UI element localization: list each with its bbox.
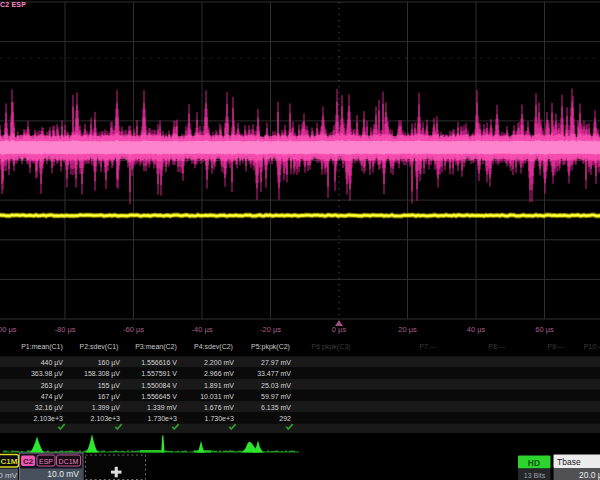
svg-text:0 µs: 0 µs xyxy=(332,325,347,334)
svg-text:27.97 mV: 27.97 mV xyxy=(261,359,291,366)
svg-text:474 µV: 474 µV xyxy=(41,393,64,401)
svg-text:0 mV: 0 mV xyxy=(0,471,18,480)
svg-text:C2 ESP: C2 ESP xyxy=(0,1,26,8)
svg-text:P3:mean(C2): P3:mean(C2) xyxy=(135,343,177,351)
svg-text:C2: C2 xyxy=(23,457,34,466)
svg-text:1.557591 V: 1.557591 V xyxy=(141,370,177,377)
svg-text:P4:sdev(C2): P4:sdev(C2) xyxy=(194,343,233,351)
svg-text:Tbase: Tbase xyxy=(557,457,581,467)
svg-text:P2:sdev(C1): P2:sdev(C1) xyxy=(80,343,119,351)
svg-text:20 µs: 20 µs xyxy=(398,325,417,334)
svg-text:32.16 µV: 32.16 µV xyxy=(35,404,63,412)
svg-text:1.730e+3: 1.730e+3 xyxy=(205,415,234,422)
svg-text:1.676 mV: 1.676 mV xyxy=(204,404,234,411)
svg-text:-80 µs: -80 µs xyxy=(55,325,76,334)
svg-text:-40 µs: -40 µs xyxy=(192,325,213,334)
svg-text:60 µs: 60 µs xyxy=(535,325,554,334)
svg-text:P7:---: P7:--- xyxy=(419,343,437,350)
svg-text:6.135 mV: 6.135 mV xyxy=(261,404,291,411)
svg-text:59.97 mV: 59.97 mV xyxy=(261,393,291,400)
svg-text:1.891 mV: 1.891 mV xyxy=(204,382,234,389)
svg-text:20.0 µs: 20.0 µs xyxy=(579,470,600,480)
svg-text:167 µV: 167 µV xyxy=(98,393,121,401)
svg-text:10.0 mV: 10.0 mV xyxy=(47,469,79,479)
svg-text:158.308 µV: 158.308 µV xyxy=(84,370,120,378)
svg-text:10.031 mV: 10.031 mV xyxy=(200,393,234,400)
svg-text:33.477 mV: 33.477 mV xyxy=(257,370,291,377)
svg-text:1.339 mV: 1.339 mV xyxy=(147,404,177,411)
svg-text:-20 µs: -20 µs xyxy=(260,325,281,334)
svg-text:P9:---: P9:--- xyxy=(547,343,565,350)
svg-text:-60 µs: -60 µs xyxy=(123,325,144,334)
svg-text:155 µV: 155 µV xyxy=(98,382,121,390)
svg-text:P10:-: P10:- xyxy=(584,343,600,350)
svg-text:HD: HD xyxy=(528,458,540,468)
svg-text:1.556645 V: 1.556645 V xyxy=(141,393,177,400)
svg-text:13 Bits: 13 Bits xyxy=(524,472,546,479)
svg-text:292: 292 xyxy=(279,415,291,422)
svg-text:ESP: ESP xyxy=(39,458,53,465)
svg-text:2.103e+3: 2.103e+3 xyxy=(34,415,63,422)
svg-text:263 µV: 263 µV xyxy=(41,382,64,390)
svg-text:363.98 µV: 363.98 µV xyxy=(31,370,63,378)
svg-text:160 µV: 160 µV xyxy=(98,359,121,367)
svg-text:DC1M: DC1M xyxy=(59,458,79,465)
svg-text:440 µV: 440 µV xyxy=(41,359,64,367)
svg-text:2.966 mV: 2.966 mV xyxy=(204,370,234,377)
svg-text:1.550084 V: 1.550084 V xyxy=(141,382,177,389)
svg-text:1.399 µV: 1.399 µV xyxy=(92,404,120,412)
svg-text:1.730e+3: 1.730e+3 xyxy=(148,415,177,422)
svg-text:P5:pkpk(C2): P5:pkpk(C2) xyxy=(251,343,290,351)
svg-text:P6:pkpk(C3): P6:pkpk(C3) xyxy=(312,343,351,351)
svg-text:2.200 mV: 2.200 mV xyxy=(204,359,234,366)
svg-text:C1M: C1M xyxy=(1,457,18,466)
svg-text:P1:mean(C1): P1:mean(C1) xyxy=(21,343,63,351)
svg-text:P8:---: P8:--- xyxy=(488,343,506,350)
svg-text:1.556616 V: 1.556616 V xyxy=(141,359,177,366)
svg-text:40 µs: 40 µs xyxy=(467,325,486,334)
svg-text:25.03 mV: 25.03 mV xyxy=(261,382,291,389)
svg-text:2.103e+3: 2.103e+3 xyxy=(91,415,120,422)
svg-text:-100 µs: -100 µs xyxy=(0,325,17,334)
